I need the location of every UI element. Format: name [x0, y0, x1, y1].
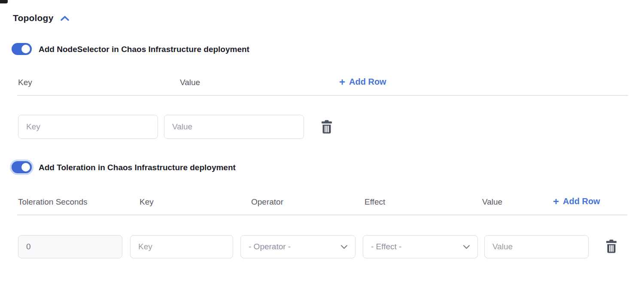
- trash-icon: [321, 120, 333, 134]
- plus-icon: +: [553, 197, 559, 206]
- page-title: Topology: [13, 13, 54, 23]
- section-header: Topology: [13, 13, 70, 23]
- toleration-delete-row-button[interactable]: [605, 239, 618, 254]
- effect-selected-value: - Effect -: [371, 242, 463, 251]
- table-header-divider: [17, 95, 628, 96]
- node-selector-toggle[interactable]: [12, 43, 32, 55]
- chevron-down-icon: [341, 245, 347, 249]
- node-selector-toggle-label: Add NodeSelector in Chaos Infrastructure…: [39, 45, 249, 54]
- operator-selected-value: - Operator -: [249, 242, 341, 251]
- toleration-toggle[interactable]: [12, 161, 32, 173]
- chevron-down-icon: [463, 245, 470, 249]
- column-header-effect: Effect: [365, 197, 385, 207]
- chevron-up-icon: [60, 15, 70, 21]
- column-header-key: Key: [140, 197, 154, 207]
- column-header-key: Key: [18, 78, 32, 87]
- table-header-divider: [17, 214, 627, 215]
- add-row-label: Add Row: [349, 77, 386, 87]
- node-selector-delete-row-button[interactable]: [320, 119, 334, 134]
- effect-select[interactable]: - Effect -: [363, 235, 478, 258]
- toleration-toggle-label: Add Toleration in Chaos Infrastructure d…: [39, 163, 236, 172]
- toleration-key-input[interactable]: [130, 235, 233, 258]
- operator-select[interactable]: - Operator -: [240, 235, 355, 258]
- add-row-label: Add Row: [563, 196, 600, 206]
- plus-icon: +: [339, 78, 345, 86]
- toggle-knob: [21, 163, 30, 172]
- column-header-value: Value: [180, 78, 200, 87]
- window-corner-artifact: [0, 0, 8, 3]
- trash-icon: [605, 239, 617, 253]
- topology-panel: Topology Add NodeSelector in Chaos Infra…: [0, 0, 644, 288]
- toleration-value-input[interactable]: [484, 235, 589, 258]
- column-header-operator: Operator: [251, 197, 283, 207]
- toleration-add-row-button[interactable]: + Add Row: [553, 196, 600, 206]
- node-selector-value-input[interactable]: [164, 115, 304, 139]
- toleration-seconds-input[interactable]: [18, 235, 122, 258]
- node-selector-add-row-button[interactable]: + Add Row: [339, 77, 386, 87]
- column-header-value: Value: [482, 197, 502, 207]
- collapse-section-button[interactable]: [59, 14, 70, 22]
- column-header-toleration-seconds: Toleration Seconds: [18, 197, 88, 207]
- node-selector-key-input[interactable]: [18, 115, 158, 139]
- toggle-knob: [21, 45, 30, 53]
